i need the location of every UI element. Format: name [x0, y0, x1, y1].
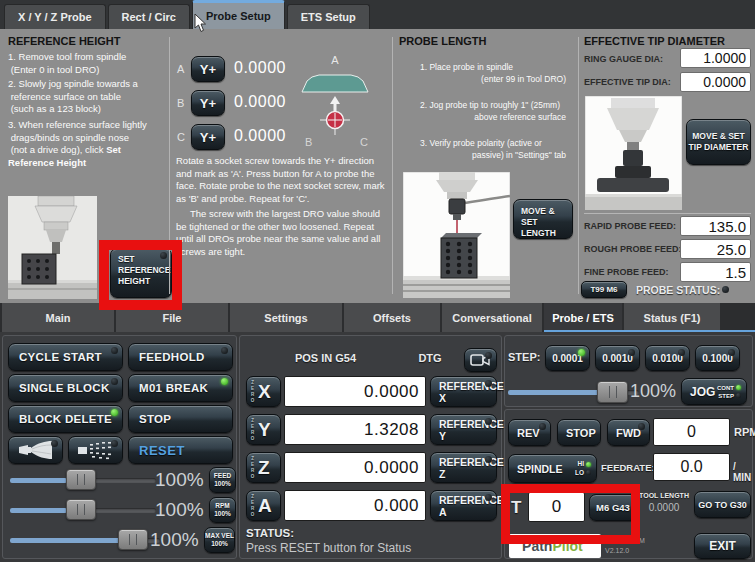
reference-a-button[interactable]: REFERENCE A — [430, 490, 497, 521]
dro-y-field[interactable]: 1.3208 — [284, 414, 426, 445]
tab-main[interactable]: Main — [2, 303, 114, 332]
camera-button[interactable] — [464, 348, 497, 372]
dro-a-field[interactable]: 0.000 — [284, 490, 426, 521]
reference-z-button[interactable]: REFERENCE Z — [430, 452, 497, 483]
single-block-button[interactable]: SINGLE BLOCK — [8, 374, 123, 402]
cycle-start-button[interactable]: CYCLE START — [8, 343, 123, 371]
tab-probe-ets[interactable]: Probe / ETS — [544, 303, 622, 332]
tab-xyz-probe[interactable]: X / Y / Z Probe — [4, 4, 106, 29]
spindle-button[interactable]: SPINDLE HI LO — [508, 454, 597, 483]
maxvel-override-fill — [10, 538, 120, 543]
version-text: V2.12.0 — [605, 547, 629, 554]
rpm-field[interactable]: 0 — [653, 418, 730, 446]
maxvel-override-percent: 100% — [150, 529, 198, 551]
ring-gauge-dia-field[interactable]: 1.0000 — [680, 48, 751, 68]
rpm-override-thumb[interactable] — [66, 499, 96, 520]
spindle-fwd-button[interactable]: FWD — [607, 419, 650, 446]
probe-length-step-1: 1. Place probe in spindle — [420, 62, 513, 73]
effective-tip-diameter-title: EFFECTIVE TIP DIAMETER — [584, 35, 725, 47]
maxvel-100-button[interactable]: MAX VEL 100% — [204, 527, 235, 553]
tab-offsets[interactable]: Offsets — [344, 303, 440, 332]
svg-text:A: A — [331, 54, 339, 66]
reference-x-button[interactable]: REFERENCE X — [430, 376, 497, 407]
feedhold-led — [221, 347, 228, 354]
step-0010-button[interactable]: 0.0010 — [595, 345, 640, 371]
rapid-probe-feed-label: RAPID PROBE FEED: — [584, 221, 676, 231]
t99-m6-button[interactable]: T99 M6 — [581, 281, 627, 298]
tool-length-value: 0.0000 — [638, 502, 690, 513]
jog-cont-led — [736, 385, 741, 390]
tab-ets-setup[interactable]: ETS Setup — [287, 4, 370, 29]
jog-speed-thumb[interactable] — [597, 381, 628, 403]
camera-led — [485, 352, 492, 359]
row-b-label: B — [177, 97, 184, 109]
spindle-stop-button[interactable]: STOP — [557, 419, 601, 446]
probe-a-yplus-button[interactable]: Y+ — [191, 56, 225, 82]
active-tab-underline — [544, 330, 755, 332]
tool-length-label: TOOL LENGTH — [638, 492, 690, 499]
dtg-header: DTG — [407, 352, 453, 364]
probe-b-yplus-button[interactable]: Y+ — [191, 90, 225, 116]
fine-probe-feed-label: FINE PROBE FEED: — [584, 267, 669, 277]
rapid-probe-feed-field[interactable]: 135.0 — [680, 216, 751, 236]
zero-x-button[interactable]: ZEROX — [246, 376, 281, 407]
divider — [392, 37, 393, 294]
probe-length-title: PROBE LENGTH — [399, 35, 486, 47]
effective-tip-dia-field[interactable]: 0.0000 — [680, 72, 751, 92]
tab-rect-circ[interactable]: Rect / Circ — [108, 4, 190, 29]
dro-x-field[interactable]: 0.0000 — [284, 376, 426, 407]
step-0010-led — [628, 349, 635, 356]
dro-z-field[interactable]: 0.0000 — [284, 452, 426, 483]
zero-z-button[interactable]: ZEROZ — [246, 452, 281, 483]
coolant-led — [51, 440, 58, 447]
status-text: Press RESET button for Status — [246, 541, 411, 555]
feed-100-button[interactable]: FEED 100% — [209, 467, 236, 493]
spindle-rev-button[interactable]: REV — [508, 419, 551, 446]
tab-status-f1[interactable]: Status (F1) — [624, 303, 720, 332]
reference-y-led — [485, 418, 492, 425]
fine-probe-feed-field[interactable]: 1.5 — [680, 262, 751, 282]
feedhold-button[interactable]: FEEDHOLD — [128, 343, 233, 371]
step-0100-button[interactable]: 0.0100 — [645, 345, 690, 371]
block-delete-button[interactable]: BLOCK DELETE — [8, 405, 123, 433]
jog-speed-fill — [508, 390, 600, 395]
reset-button[interactable]: RESET — [128, 436, 233, 464]
svg-text:C: C — [360, 136, 368, 148]
tab-conversational[interactable]: Conversational — [442, 303, 542, 332]
mist-button[interactable] — [68, 436, 123, 464]
jog-mode-button[interactable]: JOG CONT STEP — [681, 378, 747, 405]
spindle-rev-led — [539, 423, 546, 430]
probe-c-yplus-button[interactable]: Y+ — [191, 124, 225, 150]
move-and-set-length-button[interactable]: MOVE & SET LENGTH — [513, 199, 573, 239]
ring-gauge-dia-label: RING GAUGE DIA: — [584, 54, 663, 64]
rough-probe-feed-label: ROUGH PROBE FEED: — [584, 244, 682, 254]
coolant-button[interactable] — [8, 436, 63, 464]
coolant-mist-icon — [76, 440, 116, 460]
m01-break-button[interactable]: M01 BREAK — [128, 374, 233, 402]
probe-length-step-3: 3. Verify probe polarity (active or — [420, 138, 542, 149]
spindle-hi-led — [586, 462, 591, 467]
tab-settings[interactable]: Settings — [230, 303, 342, 332]
reference-height-illustration — [8, 196, 97, 299]
rough-probe-feed-field[interactable]: 25.0 — [680, 239, 751, 259]
step-1000-led — [728, 349, 735, 356]
zero-y-button[interactable]: ZEROY — [246, 414, 281, 445]
feed-override-thumb[interactable] — [66, 469, 96, 490]
go-to-g30-button[interactable]: GO TO G30 — [694, 491, 751, 518]
step-0001-button[interactable]: 0.0001 — [545, 345, 590, 371]
feedrate-field[interactable]: 0.0 — [653, 453, 730, 481]
zero-a-button[interactable]: ZEROA — [246, 490, 281, 521]
dro-panel — [239, 335, 502, 559]
maxvel-override-thumb[interactable] — [118, 529, 148, 550]
probe-status-led — [722, 286, 729, 293]
step-0001-led — [578, 349, 585, 356]
step-1000-button[interactable]: 0.1000 — [695, 345, 740, 371]
move-and-set-tip-diameter-button[interactable]: MOVE & SET TIP DIAMETER — [686, 119, 751, 165]
stop-button[interactable]: STOP — [128, 405, 233, 433]
rpm-100-button[interactable]: RPM 100% — [209, 497, 236, 523]
exit-button[interactable]: EXIT — [694, 533, 751, 559]
reference-y-button[interactable]: REFERENCE Y — [430, 414, 497, 445]
pathpilot-screen: X / Y / Z Probe Rect / Circ Probe Setup … — [0, 0, 755, 562]
feed-override-fill — [10, 478, 67, 483]
divider — [584, 213, 751, 214]
